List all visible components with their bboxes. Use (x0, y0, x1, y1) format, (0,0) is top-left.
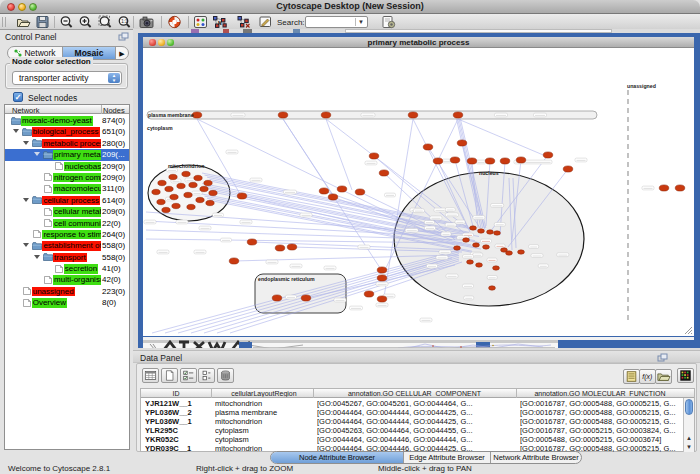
network-node[interactable] (206, 200, 214, 205)
tree-row-label[interactable]: unassigned (32, 287, 75, 297)
tree-expand-arrow-icon[interactable] (34, 255, 40, 259)
tree-row[interactable]: multi-organism pro42(0) (5, 274, 129, 285)
network-node[interactable] (494, 231, 501, 235)
network-node[interactable] (237, 193, 247, 199)
tree-row[interactable]: metabolic process280(0) (5, 138, 129, 149)
network-node[interactable] (467, 158, 477, 164)
network-node[interactable] (278, 112, 288, 118)
delete-attribute-button[interactable] (217, 368, 234, 383)
network-node[interactable] (177, 183, 185, 188)
table-vertical-scrollbar[interactable]: ▲▼ (683, 398, 694, 452)
tree-row[interactable]: transport558(0) (5, 252, 129, 263)
tree-row-label[interactable]: metabolic process (42, 139, 101, 149)
network-node[interactable] (247, 239, 257, 245)
network-node[interactable] (463, 238, 470, 242)
network-node[interactable] (423, 144, 433, 150)
network-node[interactable] (493, 266, 500, 270)
network-node[interactable] (272, 295, 282, 301)
table-column-header[interactable]: ID (141, 390, 211, 397)
tree-row[interactable]: cell communicat22(0) (5, 218, 129, 229)
search-dropdown-arrow-icon[interactable]: ▼ (355, 18, 366, 26)
search-input[interactable]: ▼ (305, 16, 368, 28)
network-node[interactable] (194, 175, 202, 180)
network-node[interactable] (204, 180, 212, 185)
network-node[interactable] (506, 251, 513, 255)
network-node[interactable] (182, 171, 190, 176)
float-data-panel-icon[interactable] (657, 353, 668, 363)
network-node[interactable] (328, 194, 338, 200)
tree-expand-arrow-icon[interactable] (23, 243, 29, 247)
tab-edge-attribute-browser[interactable]: Edge Attribute Browser (404, 452, 491, 463)
tree-col-network[interactable]: Network (12, 106, 40, 115)
new-attribute-button[interactable] (161, 368, 178, 383)
tree-row-label[interactable]: macromolecule (53, 184, 101, 194)
network-node[interactable] (169, 174, 177, 179)
save-session-button[interactable] (35, 15, 50, 29)
network-node[interactable] (500, 158, 510, 164)
network-node[interactable] (152, 189, 160, 194)
network-node[interactable] (157, 199, 165, 204)
network-node[interactable] (476, 263, 483, 267)
attribute-matrix-button[interactable] (677, 368, 694, 383)
network-node[interactable] (319, 188, 329, 194)
tree-row[interactable]: primary metabo209(... (5, 149, 129, 160)
network-node[interactable] (369, 153, 379, 159)
tree-row[interactable]: macromolecule311(0) (5, 183, 129, 194)
network-node[interactable] (321, 112, 331, 118)
window-resize-grip[interactable] (684, 326, 693, 335)
network-node[interactable] (487, 230, 494, 234)
tree-row-label[interactable]: nucleobase- (64, 162, 101, 172)
tree-expand-arrow-icon[interactable] (34, 152, 40, 156)
network-node[interactable] (467, 260, 474, 264)
tree-row[interactable]: cellular metabol209(0) (5, 206, 129, 217)
table-column-header[interactable]: annotation.GO CELLULAR_COMPONENT (313, 390, 516, 397)
network-node[interactable] (275, 245, 285, 251)
network-node[interactable] (470, 226, 477, 230)
zoom-out-button[interactable] (59, 15, 74, 29)
tree-row-label[interactable]: secretion (64, 264, 98, 274)
tree-row-label[interactable]: Overview (32, 298, 67, 308)
network-node[interactable] (483, 245, 490, 249)
tree-row-label[interactable]: cell communicat (53, 219, 101, 229)
tree-row[interactable]: Overview8(0) (5, 297, 129, 308)
scrollbar-arrows[interactable]: ▲▼ (684, 434, 694, 452)
network-node[interactable] (457, 140, 467, 146)
unselect-attributes-button[interactable] (198, 368, 215, 383)
network-node[interactable] (450, 157, 460, 163)
network-node[interactable] (433, 158, 443, 164)
network-view-button[interactable] (236, 15, 251, 29)
tree-row-label[interactable]: multi-organism pro (53, 275, 101, 285)
network-edge[interactable] (178, 254, 459, 333)
network-node[interactable] (518, 250, 525, 254)
vizmapper-button[interactable] (258, 15, 273, 29)
network-node[interactable] (209, 190, 217, 195)
tree-row[interactable]: nucleobase-209(0) (5, 161, 129, 172)
network-node[interactable] (377, 275, 387, 281)
zoom-in-button[interactable] (78, 15, 93, 29)
network-node[interactable] (287, 244, 297, 250)
tree-row[interactable]: response to stimul264(0) (5, 229, 129, 240)
tree-row-label[interactable]: response to stimul (42, 230, 101, 240)
dropdown-stepper-icon[interactable]: ▲▼ (108, 73, 120, 83)
network-node[interactable] (165, 186, 173, 191)
network-node[interactable] (184, 192, 192, 197)
table-row[interactable]: YPL036W__1mitochondrion[GO:0044464, GO:0… (141, 417, 694, 426)
app-titlebar[interactable]: Cytoscape Desktop (New Session) (0, 0, 700, 14)
network-node[interactable] (377, 296, 387, 302)
tree-row[interactable]: biological_process651(0) (5, 126, 129, 137)
network-node[interactable] (563, 166, 573, 172)
table-row[interactable]: YLR295Ccytoplasm[GO:0045263, GO:0044464,… (141, 426, 694, 435)
session-settings-button[interactable] (381, 15, 396, 29)
network-node[interactable] (162, 207, 170, 212)
tree-expand-arrow-icon[interactable] (23, 141, 29, 145)
tree-expand-arrow-icon[interactable] (23, 198, 29, 202)
zoom-selected-region-button[interactable] (98, 15, 113, 29)
network-node[interactable] (478, 229, 485, 233)
scrollbar-thumb[interactable] (685, 399, 693, 415)
network-node[interactable] (200, 186, 208, 191)
network-node[interactable] (337, 186, 347, 192)
network-import-button[interactable]: N (212, 15, 227, 29)
tree-col-nodes[interactable]: Nodes (103, 106, 125, 115)
network-node[interactable] (453, 112, 463, 118)
attribute-list-button[interactable] (623, 369, 640, 384)
